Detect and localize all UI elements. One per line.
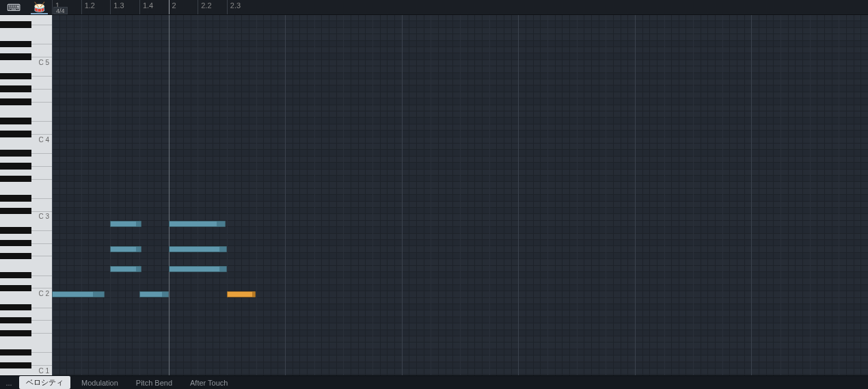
midi-note[interactable]: [110, 221, 141, 227]
grid-vline: [664, 15, 665, 375]
grid-vline: [832, 15, 832, 375]
black-key[interactable]: [0, 21, 31, 27]
playhead-marker[interactable]: [169, 0, 169, 14]
param-tab-pitch-bend[interactable]: Pitch Bend: [129, 377, 179, 388]
midi-note[interactable]: [227, 291, 256, 297]
grid-vline: [234, 15, 235, 375]
black-key[interactable]: [0, 240, 31, 246]
grid-vline: [707, 15, 708, 375]
grid-vline: [526, 15, 526, 375]
black-key[interactable]: [0, 85, 31, 92]
bottom-parameter-bar: ...ベロシティModulationPitch BendAfter Touch: [0, 375, 868, 389]
black-key[interactable]: [0, 227, 31, 233]
grid-vline: [263, 15, 264, 375]
black-key[interactable]: [0, 163, 31, 169]
black-key[interactable]: [0, 317, 31, 323]
ruler-tick: 1.4: [139, 0, 153, 14]
grid-vline: [795, 15, 796, 375]
ruler-tick: 2: [169, 0, 176, 14]
black-key[interactable]: [0, 285, 31, 291]
note-tail: [219, 247, 226, 252]
black-key[interactable]: [0, 118, 31, 124]
black-key[interactable]: [0, 195, 31, 201]
grid-vline: [482, 15, 483, 375]
time-signature[interactable]: 4/4: [53, 7, 68, 14]
black-key[interactable]: [0, 53, 31, 59]
grid-vline: [781, 15, 781, 375]
grid-vline: [351, 15, 351, 375]
black-key[interactable]: [0, 362, 31, 368]
grid-vline: [737, 15, 737, 375]
param-tab-modulation[interactable]: Modulation: [74, 377, 125, 388]
grid-vline: [329, 15, 329, 375]
param-tab-after-touch[interactable]: After Touch: [183, 377, 234, 388]
midi-note[interactable]: [169, 221, 226, 227]
grid-vline: [555, 15, 556, 375]
grid-vline: [147, 15, 148, 375]
grid-vline: [474, 15, 475, 375]
black-key[interactable]: [0, 208, 31, 214]
note-tail: [219, 267, 226, 271]
note-tail: [136, 267, 141, 271]
black-key[interactable]: [0, 253, 31, 259]
black-key[interactable]: [0, 330, 31, 336]
more-parameters-button[interactable]: ...: [3, 379, 15, 387]
piano-roll-grid[interactable]: [52, 15, 868, 375]
black-key[interactable]: [0, 73, 31, 79]
grid-vline: [227, 15, 228, 375]
black-key[interactable]: [0, 176, 31, 182]
grid-vline: [416, 15, 417, 375]
black-key[interactable]: [0, 272, 31, 278]
grid-vline: [854, 15, 854, 375]
black-key[interactable]: [0, 304, 31, 310]
grid-vline: [438, 15, 439, 375]
grid-vline: [191, 15, 191, 375]
midi-note[interactable]: [169, 246, 227, 252]
ruler-tick: 1.2: [81, 0, 95, 14]
keyboard-icon[interactable]: ⌨: [4, 1, 23, 14]
black-key[interactable]: [0, 41, 31, 47]
black-key[interactable]: [0, 131, 31, 137]
midi-note[interactable]: [52, 291, 105, 297]
grid-vline: [299, 15, 300, 375]
grid-vline: [118, 15, 118, 375]
grid-vline: [839, 15, 839, 375]
grid-vline: [693, 15, 694, 375]
grid-vline: [314, 15, 315, 375]
grid-vline: [343, 15, 344, 375]
timeline-ruler[interactable]: 14/41.21.31.422.22.3: [52, 0, 868, 15]
black-key[interactable]: [0, 150, 31, 156]
midi-note[interactable]: [169, 266, 227, 272]
piano-keyboard[interactable]: C 5C 4C 3C 2C 1: [0, 15, 52, 375]
grid-vline: [161, 15, 162, 375]
grid-vline: [365, 15, 366, 375]
grid-vline: [569, 15, 570, 375]
black-key[interactable]: [0, 98, 31, 105]
grid-vline: [394, 15, 395, 375]
grid-vline: [846, 15, 847, 375]
octave-label: C 5: [38, 59, 49, 66]
grid-vline: [496, 15, 497, 375]
grid-vline: [679, 15, 679, 375]
grid-vline: [715, 15, 716, 375]
playhead-line[interactable]: [169, 15, 169, 375]
black-key[interactable]: [0, 349, 31, 356]
grid-vline: [358, 15, 359, 375]
midi-note[interactable]: [139, 291, 169, 297]
grid-vline: [154, 15, 154, 375]
drum-icon[interactable]: 🥁: [31, 1, 48, 14]
grid-vline: [219, 15, 220, 375]
midi-note[interactable]: [110, 246, 141, 252]
note-tail: [162, 292, 168, 297]
grid-vline: [511, 15, 512, 375]
grid-vline: [744, 15, 745, 375]
grid-vline: [599, 15, 599, 375]
grid-vline: [547, 15, 548, 375]
grid-vline: [285, 15, 286, 375]
param-tab-ベロシティ[interactable]: ベロシティ: [19, 376, 70, 389]
grid-vline: [621, 15, 621, 375]
grid-vline: [504, 15, 504, 375]
midi-note[interactable]: [110, 266, 141, 272]
grid-vline: [125, 15, 126, 375]
grid-vline: [671, 15, 672, 375]
